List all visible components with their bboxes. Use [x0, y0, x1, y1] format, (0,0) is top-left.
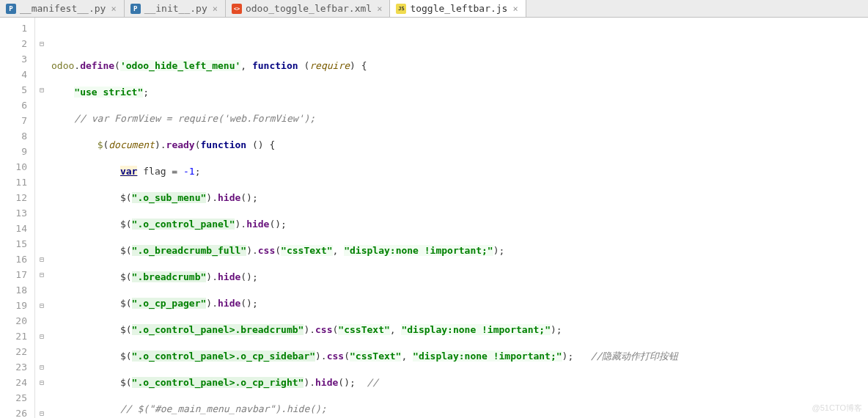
code-line[interactable]: $(".o_control_panel>.o_cp_sidebar").css(… [51, 348, 868, 364]
line-number: 20 [0, 313, 27, 329]
line-number: 3 [0, 51, 27, 67]
tab-init-py[interactable]: __init__.py × [125, 0, 226, 17]
fold-marker [35, 128, 48, 144]
line-number: 25 [0, 390, 27, 406]
fold-marker [35, 98, 48, 113]
fold-marker [35, 21, 48, 36]
xml-icon [232, 4, 242, 14]
line-number: 13 [0, 205, 27, 221]
line-number: 18 [0, 282, 27, 298]
line-number-gutter: 1234567891011121314151617181920212223242… [0, 18, 35, 418]
line-number: 23 [0, 359, 27, 375]
tab-toggle-lefbar-xml[interactable]: odoo_toggle_lefbar.xml × [226, 0, 390, 17]
tab-label: odoo_toggle_lefbar.xml [246, 3, 372, 14]
code-line[interactable]: $(".o_control_panel>.o_cp_right").hide()… [51, 375, 868, 390]
line-number: 5 [0, 82, 27, 98]
fold-marker[interactable]: ⊟ [35, 298, 48, 313]
close-icon[interactable]: × [511, 4, 519, 13]
watermark: @51CTO博客 [812, 403, 862, 414]
line-number: 17 [0, 267, 27, 282]
tab-label: toggle_leftbar.js [410, 3, 507, 14]
fold-marker[interactable]: ⊟ [35, 36, 48, 51]
python-icon [6, 4, 16, 14]
python-icon [130, 4, 141, 14]
fold-marker [35, 313, 48, 329]
tab-label: __init__.py [144, 3, 207, 14]
fold-marker [35, 205, 48, 221]
line-number: 15 [0, 236, 27, 252]
fold-marker [35, 221, 48, 236]
line-number: 4 [0, 67, 27, 82]
editor[interactable]: 1234567891011121314151617181920212223242… [0, 18, 868, 418]
line-number: 22 [0, 344, 27, 359]
close-icon[interactable]: × [375, 4, 383, 13]
fold-marker [35, 159, 48, 175]
fold-marker[interactable]: ⊟ [35, 406, 48, 418]
fold-marker[interactable]: ⊟ [35, 375, 48, 390]
fold-marker [35, 344, 48, 359]
code-line[interactable]: $(".o_breadcrumb_full").css("cssText", "… [51, 243, 868, 258]
line-number: 9 [0, 144, 27, 159]
line-number: 21 [0, 329, 27, 344]
fold-marker[interactable]: ⊟ [35, 359, 48, 375]
tab-bar: __manifest__.py × __init__.py × odoo_tog… [0, 0, 868, 18]
fold-marker [35, 236, 48, 252]
code-line[interactable]: $(document).ready(function () { [51, 137, 868, 153]
fold-marker [35, 51, 48, 67]
line-number: 16 [0, 252, 27, 267]
code-area[interactable]: odoo.define('odoo_hide_left_menu', funct… [48, 18, 868, 418]
code-line[interactable]: $(".o_control_panel>.breadcrumb").css("c… [51, 322, 868, 337]
code-line[interactable]: // $("#oe_main_menu_navbar").hide(); [51, 401, 868, 417]
line-number: 2 [0, 36, 27, 51]
fold-marker [35, 113, 48, 128]
code-line[interactable]: // var FormView = require('web.FormView'… [51, 111, 868, 126]
line-number: 1 [0, 21, 27, 36]
code-line[interactable]: "use strict"; [51, 84, 868, 100]
fold-marker [35, 390, 48, 406]
code-line[interactable]: odoo.define('odoo_hide_left_menu', funct… [51, 58, 868, 73]
fold-marker [35, 175, 48, 190]
js-icon [396, 4, 406, 14]
line-number: 10 [0, 159, 27, 175]
fold-marker [35, 282, 48, 298]
tab-toggle-leftbar-js[interactable]: toggle_leftbar.js × [390, 0, 526, 17]
code-line[interactable]: $(".o_control_panel").hide(); [51, 216, 868, 232]
close-icon[interactable]: × [109, 4, 117, 13]
fold-marker[interactable]: ⊟ [35, 82, 48, 98]
line-number: 12 [0, 190, 27, 205]
fold-gutter[interactable]: ⊟⊟⊟⊟⊟⊟⊟⊟⊟ [35, 18, 48, 418]
fold-marker[interactable]: ⊟ [35, 329, 48, 344]
code-line[interactable]: $(".o_sub_menu").hide(); [51, 190, 868, 205]
line-number: 26 [0, 406, 27, 418]
code-line[interactable]: var flag = -1; [51, 164, 868, 179]
line-number: 19 [0, 298, 27, 313]
line-number: 7 [0, 113, 27, 128]
fold-marker[interactable]: ⊟ [35, 252, 48, 267]
line-number: 8 [0, 128, 27, 144]
line-number: 11 [0, 175, 27, 190]
close-icon[interactable]: × [211, 4, 219, 13]
tab-label: __manifest__.py [20, 3, 106, 14]
line-number: 24 [0, 375, 27, 390]
code-line[interactable] [51, 32, 868, 47]
fold-marker [35, 67, 48, 82]
fold-marker[interactable]: ⊟ [35, 267, 48, 282]
line-number: 6 [0, 98, 27, 113]
fold-marker [35, 190, 48, 205]
line-number: 14 [0, 221, 27, 236]
tab-manifest-py[interactable]: __manifest__.py × [0, 0, 125, 17]
code-line[interactable]: $(".breadcrumb").hide(); [51, 269, 868, 285]
code-line[interactable]: $(".o_cp_pager").hide(); [51, 296, 868, 311]
fold-marker [35, 144, 48, 159]
